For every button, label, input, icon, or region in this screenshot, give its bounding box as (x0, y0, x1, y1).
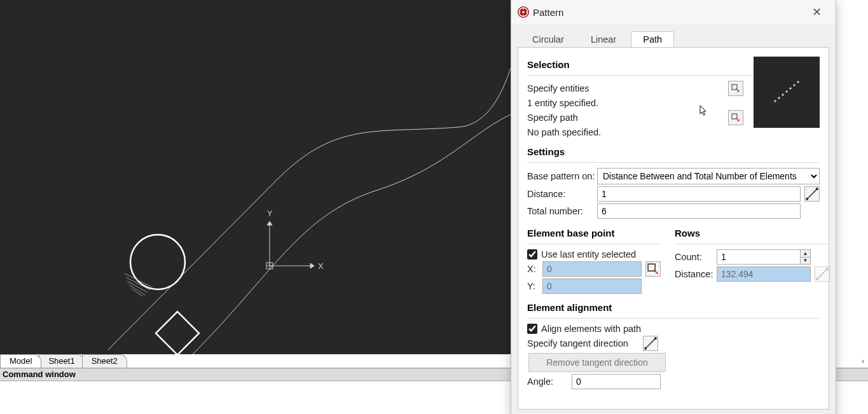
app-icon (518, 6, 529, 18)
remove-tangent-button[interactable]: Remove tangent direction (528, 353, 666, 372)
use-last-label: Use last entity selected (541, 249, 636, 259)
svg-point-33 (816, 188, 818, 190)
distance-label: Distance: (527, 189, 597, 199)
measure-distance-button[interactable] (804, 186, 820, 202)
section-rows-title: Rows (675, 228, 830, 238)
sheet-tabs-scroll-right[interactable]: › (862, 356, 864, 366)
rows-distance-label: Distance: (675, 269, 717, 279)
spinner-down-icon[interactable]: ▼ (801, 258, 810, 265)
specify-path-label: Specify path (527, 113, 728, 123)
preview-panel (754, 57, 820, 128)
svg-point-26 (782, 93, 783, 95)
svg-text:Y: Y (267, 209, 273, 218)
svg-line-35 (654, 270, 658, 274)
spinner-up-icon[interactable]: ▲ (801, 250, 810, 258)
svg-point-41 (654, 337, 657, 340)
svg-point-17 (522, 11, 525, 13)
close-icon: ✕ (812, 5, 822, 19)
drawing-canvas[interactable]: X Y (0, 0, 511, 354)
dialog-title: Pattern (529, 7, 804, 18)
svg-point-24 (774, 100, 776, 102)
pick-basepoint-button[interactable] (645, 261, 661, 277)
tangent-pick-button[interactable] (643, 336, 658, 351)
pick-entities-button[interactable] (728, 81, 743, 96)
svg-text:X: X (318, 261, 324, 271)
svg-point-25 (778, 97, 780, 99)
total-number-label: Total number: (527, 206, 597, 216)
section-alignment-title: Element alignment (527, 302, 820, 313)
base-pattern-select[interactable]: Distance Between and Total Number of Ele… (597, 168, 820, 184)
svg-rect-34 (648, 264, 655, 271)
svg-line-4 (126, 277, 150, 290)
svg-marker-8 (310, 263, 314, 268)
tab-sheet2[interactable]: Sheet2 (82, 354, 127, 368)
svg-point-0 (130, 235, 185, 289)
svg-point-28 (789, 87, 791, 89)
svg-point-38 (826, 268, 829, 270)
y-input (542, 279, 642, 294)
section-settings-title: Settings (527, 146, 820, 157)
svg-marker-10 (267, 221, 272, 225)
rows-measure-button (815, 266, 830, 282)
select-icon (731, 113, 740, 122)
tab-linear[interactable]: Linear (579, 31, 628, 47)
pick-path-button[interactable] (728, 110, 743, 125)
measure-icon (644, 336, 658, 350)
distance-input[interactable] (597, 186, 801, 202)
rows-distance-input (717, 266, 811, 282)
dialog-panel: Selection Specify entities 1 entity spec… (518, 47, 829, 410)
tangent-label: Specify tangent direction (527, 338, 639, 348)
close-button[interactable]: ✕ (804, 0, 829, 24)
rows-count-spinner[interactable]: ▲▼ (801, 249, 811, 265)
svg-line-36 (817, 269, 827, 279)
base-pattern-label: Base pattern on: (527, 171, 597, 181)
align-label: Align elements with path (541, 324, 641, 334)
svg-line-39 (645, 338, 656, 348)
svg-point-29 (793, 84, 795, 86)
path-status: No path specified. (527, 127, 601, 137)
tab-sheet1[interactable]: Sheet1 (39, 354, 84, 368)
angle-input[interactable] (572, 374, 661, 389)
svg-rect-6 (156, 312, 199, 354)
measure-icon (805, 187, 819, 201)
measure-icon (815, 267, 829, 281)
angle-label: Angle: (527, 376, 572, 387)
x-label: X: (527, 264, 542, 274)
pattern-dialog: Pattern ✕ Circular Linear Path Selection… (511, 0, 836, 414)
svg-point-37 (816, 278, 818, 280)
tab-model[interactable]: Model (0, 354, 41, 368)
total-number-input[interactable] (597, 204, 801, 219)
select-icon (731, 84, 740, 93)
x-input (542, 261, 642, 277)
svg-point-32 (806, 198, 808, 200)
rows-count-label: Count: (675, 252, 717, 262)
entities-status: 1 entity specified. (527, 98, 598, 108)
rows-count-input[interactable] (717, 249, 801, 265)
svg-line-5 (125, 273, 153, 287)
use-last-checkbox[interactable] (527, 249, 537, 259)
tab-path[interactable]: Path (631, 31, 674, 47)
svg-point-30 (797, 81, 799, 83)
dialog-titlebar[interactable]: Pattern ✕ (511, 0, 836, 24)
dialog-tabs: Circular Linear Path (511, 28, 836, 47)
tab-circular[interactable]: Circular (520, 31, 576, 47)
y-label: Y: (527, 281, 542, 291)
svg-line-31 (807, 189, 817, 199)
pick-point-icon (646, 262, 660, 276)
specify-entities-label: Specify entities (527, 83, 728, 93)
svg-point-40 (644, 347, 647, 350)
section-basepoint-title: Element base point (527, 228, 661, 238)
align-checkbox[interactable] (527, 324, 537, 334)
svg-point-27 (785, 90, 787, 92)
